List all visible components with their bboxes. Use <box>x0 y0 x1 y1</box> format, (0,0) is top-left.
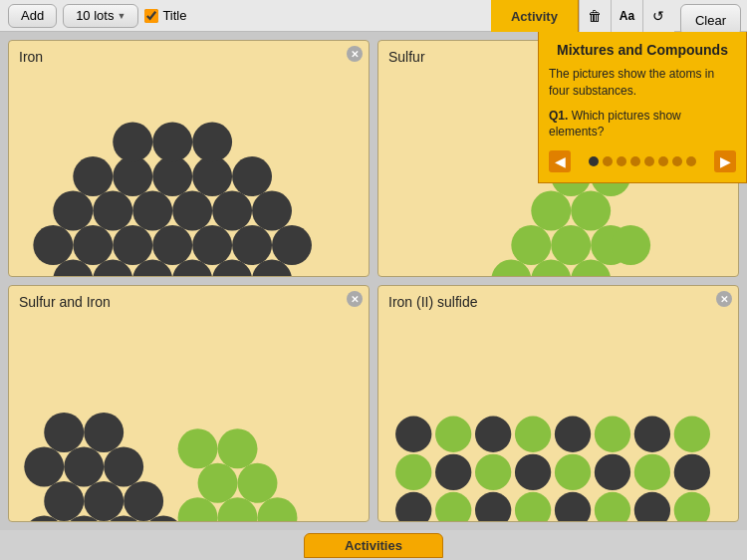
lots-label: 10 lots <box>76 8 114 23</box>
iron-sulfide-atoms <box>386 324 730 513</box>
svg-point-113 <box>515 417 551 452</box>
svg-point-21 <box>93 191 132 231</box>
page-dot-6[interactable] <box>658 156 668 166</box>
svg-point-19 <box>272 225 312 265</box>
svg-point-16 <box>152 225 192 265</box>
activity-panel-description: The pictures show the atoms in four subs… <box>549 66 736 100</box>
question-label: Q1. <box>549 109 568 123</box>
iron-sulfide-card-content <box>378 316 738 521</box>
svg-point-32 <box>152 123 192 162</box>
svg-point-27 <box>113 156 152 196</box>
svg-point-15 <box>113 225 152 265</box>
svg-point-23 <box>172 191 212 231</box>
pagination: ◀ ▶ <box>549 150 736 172</box>
svg-point-108 <box>634 454 670 490</box>
question-text: Which pictures show elements? <box>549 109 681 140</box>
lots-button[interactable]: 10 lots ▼ <box>63 4 138 28</box>
svg-point-115 <box>595 417 630 452</box>
add-label: Add <box>21 8 44 23</box>
refresh-icon: ↺ <box>652 8 664 24</box>
page-dot-1[interactable] <box>589 156 599 166</box>
font-size-button[interactable]: Aa <box>611 0 642 32</box>
page-dot-4[interactable] <box>630 156 640 166</box>
svg-point-76 <box>178 428 218 468</box>
svg-point-64 <box>44 413 84 452</box>
refresh-button[interactable]: ↺ <box>642 0 674 32</box>
svg-point-98 <box>555 492 591 522</box>
svg-point-102 <box>395 454 431 490</box>
svg-point-112 <box>475 417 511 452</box>
page-dot-3[interactable] <box>617 156 626 166</box>
svg-point-17 <box>192 225 232 265</box>
sulfur-iron-card-close[interactable]: ✕ <box>347 291 363 307</box>
title-checkbox-text: Title <box>162 8 186 23</box>
trash-icon: 🗑 <box>588 8 602 24</box>
svg-point-99 <box>595 492 630 522</box>
iron-sulfide-card: Iron (II) sulfide ✕ <box>377 285 739 522</box>
page-dot-5[interactable] <box>644 156 654 166</box>
iron-atoms-svg <box>17 79 361 277</box>
activity-panel-title: Mixtures and Compounds <box>549 42 736 58</box>
sulfur-iron-card-title: Sulfur and Iron <box>19 294 111 310</box>
activity-tab-label: Activity <box>511 9 558 24</box>
svg-point-106 <box>555 454 591 490</box>
sulfur-card-title: Sulfur <box>388 49 425 65</box>
svg-point-62 <box>64 446 104 486</box>
svg-point-28 <box>152 156 192 196</box>
delete-activity-button[interactable]: 🗑 <box>579 0 611 32</box>
svg-point-60 <box>124 481 163 521</box>
svg-point-101 <box>674 492 710 522</box>
svg-point-114 <box>555 417 591 452</box>
svg-point-33 <box>192 123 232 162</box>
activity-panel: Mixtures and Compounds The pictures show… <box>538 32 747 183</box>
next-page-button[interactable]: ▶ <box>714 150 736 172</box>
iron-card-title: Iron <box>19 49 43 65</box>
title-checkbox-input[interactable] <box>144 9 158 23</box>
sulfur-iron-atoms <box>17 324 361 513</box>
svg-point-116 <box>634 417 670 452</box>
svg-point-63 <box>104 446 143 486</box>
page-dot-7[interactable] <box>672 156 682 166</box>
font-size-icon: Aa <box>620 9 634 23</box>
svg-point-40 <box>511 225 551 265</box>
prev-page-button[interactable]: ◀ <box>549 150 571 172</box>
activities-label: Activities <box>345 538 402 553</box>
svg-point-59 <box>84 481 124 521</box>
iron-card: Iron ✕ <box>8 40 370 277</box>
svg-point-107 <box>595 454 630 490</box>
svg-point-22 <box>132 191 172 231</box>
dropdown-arrow-icon: ▼ <box>117 11 125 21</box>
svg-point-30 <box>232 156 272 196</box>
iron-card-close[interactable]: ✕ <box>347 46 363 62</box>
title-checkbox-label[interactable]: Title <box>144 8 186 23</box>
bottom-bar: Activities <box>0 530 747 560</box>
svg-point-94 <box>395 492 431 522</box>
svg-point-26 <box>73 156 113 196</box>
clear-label: Clear <box>695 13 726 28</box>
add-button[interactable]: Add <box>8 4 57 28</box>
iron-sulfide-card-title: Iron (II) sulfide <box>388 294 477 310</box>
svg-point-58 <box>44 481 84 521</box>
iron-sulfide-card-close[interactable]: ✕ <box>716 291 732 307</box>
svg-point-44 <box>571 191 611 231</box>
page-dot-8[interactable] <box>686 156 696 166</box>
svg-point-61 <box>24 446 64 486</box>
svg-point-97 <box>515 492 551 522</box>
svg-point-104 <box>475 454 511 490</box>
svg-point-95 <box>435 492 471 522</box>
page-dot-2[interactable] <box>603 156 613 166</box>
iron-atoms <box>17 79 361 268</box>
activity-panel-question: Q1. Which pictures show elements? <box>549 108 736 141</box>
svg-point-96 <box>475 492 511 522</box>
svg-point-24 <box>212 191 252 231</box>
svg-point-75 <box>238 463 278 503</box>
iron-sulfide-atoms-svg <box>386 324 730 522</box>
svg-point-65 <box>84 413 124 452</box>
svg-point-25 <box>252 191 292 231</box>
sulfur-iron-card: Sulfur and Iron ✕ <box>8 285 370 522</box>
activity-tab[interactable]: Activity <box>491 0 579 32</box>
activities-tab-button[interactable]: Activities <box>304 533 443 558</box>
svg-point-45 <box>611 225 650 265</box>
svg-point-100 <box>634 492 670 522</box>
svg-point-18 <box>232 225 272 265</box>
